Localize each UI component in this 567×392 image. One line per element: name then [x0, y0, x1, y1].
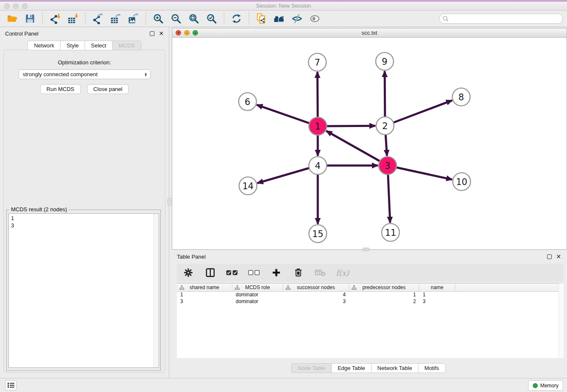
clone-network-icon[interactable] [255, 12, 268, 25]
graph-node-1[interactable]: 1 [309, 117, 327, 135]
cell-MCDS-role[interactable]: dominator [232, 292, 283, 298]
tab-node-table[interactable]: Node Table [291, 363, 331, 373]
graph-node-7[interactable]: 7 [308, 53, 326, 71]
cell-name[interactable]: 1 [419, 292, 455, 298]
float-table-panel-icon[interactable] [547, 254, 552, 259]
graph-node-14[interactable]: 14 [239, 177, 257, 195]
search-input[interactable] [449, 15, 562, 22]
cell-shared-name[interactable]: 3 [177, 298, 232, 305]
deselect-all-rows-icon[interactable] [248, 266, 261, 279]
graph-node-6[interactable]: 6 [239, 93, 256, 110]
zoom-in-icon[interactable] [152, 12, 165, 25]
float-panel-icon[interactable] [150, 31, 154, 36]
import-table-icon[interactable] [66, 12, 79, 25]
graph-node-11[interactable]: 11 [382, 224, 399, 241]
tab-select[interactable]: Select [85, 41, 112, 50]
show-all-networks-icon[interactable] [273, 12, 286, 25]
zoom-out-icon[interactable] [170, 12, 182, 25]
cell-predecessor-nodes[interactable]: 2 [349, 298, 419, 305]
edge-1-6[interactable] [257, 105, 318, 126]
tab-motifs[interactable]: Motifs [418, 363, 446, 373]
svg-text:1: 1 [315, 121, 320, 132]
table-panel-title: Table Panel [177, 254, 547, 260]
result-scrollbar[interactable] [154, 214, 159, 367]
control-panel-tabs: NetworkStyleSelectMCDS [0, 41, 169, 50]
horizontal-splitter-handle[interactable] [363, 248, 369, 251]
column-header-predecessor-nodes[interactable]: predecessor nodes [349, 284, 419, 291]
graph-node-3[interactable]: 3 [379, 157, 396, 174]
network-graph[interactable]: 7968124314101511 [172, 38, 567, 250]
titlebar-accent [0, 0, 567, 2]
tab-network-table[interactable]: Network Table [371, 363, 418, 373]
edge-3-1[interactable] [326, 131, 388, 166]
close-table-panel-icon[interactable]: ✕ [556, 254, 561, 259]
tab-style[interactable]: Style [60, 41, 85, 50]
export-table-icon[interactable] [109, 12, 122, 25]
delete-table-icon[interactable] [314, 266, 327, 279]
column-header-MCDS-role[interactable]: MCDS role [232, 284, 283, 291]
svg-text:11: 11 [385, 228, 396, 238]
export-network-icon[interactable] [91, 12, 104, 25]
task-history-button[interactable] [5, 380, 17, 390]
graph-node-4[interactable]: 4 [309, 157, 327, 174]
table-row[interactable]: 1dominator411 [177, 292, 564, 298]
delete-column-trash-icon[interactable] [292, 266, 305, 279]
tab-network[interactable]: Network [28, 41, 60, 50]
cell-successor-nodes[interactable]: 4 [283, 292, 349, 298]
cell-MCDS-role[interactable]: dominator [232, 298, 283, 305]
optimization-criterion-select[interactable]: strongly connected component ▲▼ [19, 69, 151, 79]
cell-shared-name[interactable]: 1 [177, 292, 232, 298]
graph-node-9[interactable]: 9 [376, 52, 394, 70]
network-view-window: ✕ − + scc.txt 7968124314101511 [172, 28, 567, 250]
table-tabs: Node TableEdge TableNetwork TableMotifs [170, 363, 567, 373]
table-body: 1dominator4113dominator323 [177, 292, 564, 305]
svg-text:7: 7 [314, 58, 320, 68]
column-header-name[interactable]: name [419, 284, 455, 291]
cell-name[interactable]: 3 [419, 298, 455, 305]
refresh-view-icon[interactable] [230, 12, 243, 25]
export-image-icon[interactable] [127, 12, 140, 25]
table-scrollbar[interactable] [559, 283, 564, 358]
run-mcds-button[interactable]: Run MCDS [40, 84, 81, 94]
graph-node-2[interactable]: 2 [376, 117, 394, 135]
import-network-icon[interactable] [49, 12, 61, 25]
edge-2-8[interactable] [385, 100, 452, 126]
column-header-shared-name[interactable]: shared name [177, 284, 232, 291]
edge-3-10[interactable] [388, 166, 452, 179]
node-table[interactable]: shared nameMCDS rolesuccessor nodesprede… [177, 283, 564, 358]
create-column-plus-icon[interactable] [270, 266, 283, 279]
graph-node-8[interactable]: 8 [452, 88, 470, 106]
open-session-icon[interactable] [6, 12, 19, 25]
optimization-criterion-value: strongly connected component [23, 71, 144, 77]
search-field[interactable] [439, 14, 563, 24]
table-header-row: shared nameMCDS rolesuccessor nodesprede… [177, 283, 564, 292]
graph-node-15[interactable]: 15 [309, 225, 327, 243]
network-window-titlebar[interactable]: ✕ − + scc.txt [172, 28, 567, 38]
tab-edge-table[interactable]: Edge Table [331, 363, 371, 373]
function-builder-icon[interactable]: f(x) [336, 268, 349, 277]
cell-successor-nodes[interactable]: 3 [283, 298, 349, 305]
column-header-successor-nodes[interactable]: successor nodes [283, 284, 349, 291]
zoom-fit-icon[interactable] [187, 12, 200, 25]
table-row[interactable]: 3dominator323 [177, 298, 564, 305]
tab-mcds[interactable]: MCDS [112, 41, 141, 50]
hide-selected-icon[interactable] [291, 12, 303, 25]
memory-button[interactable]: Memory [528, 380, 563, 391]
toolbar-separator [224, 12, 224, 25]
mcds-result-area[interactable]: 1 3 [8, 213, 159, 368]
save-session-icon[interactable] [24, 12, 36, 25]
table-settings-gear-icon[interactable] [182, 266, 195, 279]
show-graphics-details-icon[interactable] [308, 12, 321, 25]
network-canvas[interactable]: 7968124314101511 [172, 38, 567, 249]
svg-text:8: 8 [458, 92, 464, 102]
edge-4-14[interactable] [257, 166, 318, 183]
cell-predecessor-nodes[interactable]: 1 [349, 292, 419, 298]
close-panel-icon[interactable]: ✕ [159, 31, 164, 36]
vertical-splitter-handle[interactable] [168, 198, 171, 205]
graph-node-10[interactable]: 10 [453, 173, 471, 190]
mcds-tab-content: Optimization criterion: strongly connect… [3, 50, 165, 373]
select-all-rows-icon[interactable] [226, 266, 239, 279]
close-panel-button[interactable]: Close panel [87, 84, 129, 94]
show-column-panel-icon[interactable] [204, 266, 217, 279]
zoom-selected-icon[interactable] [205, 12, 218, 25]
